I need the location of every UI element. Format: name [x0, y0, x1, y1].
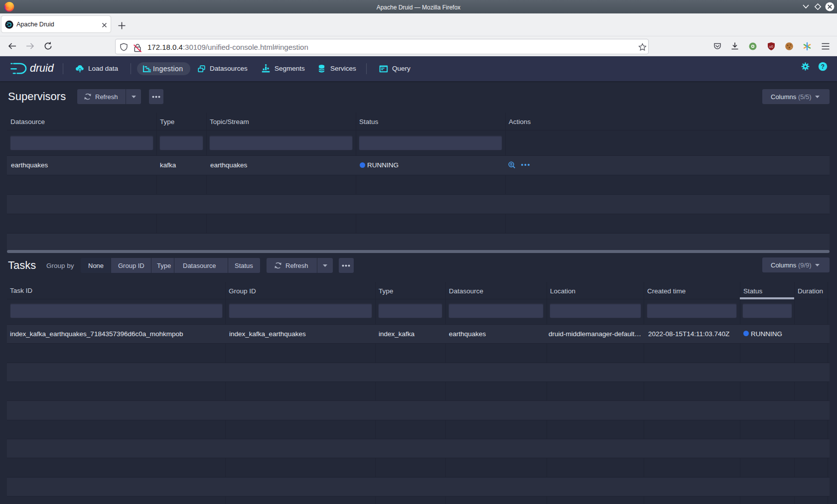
svg-text:u0: u0 [769, 45, 773, 48]
svg-text:?: ? [821, 63, 825, 70]
